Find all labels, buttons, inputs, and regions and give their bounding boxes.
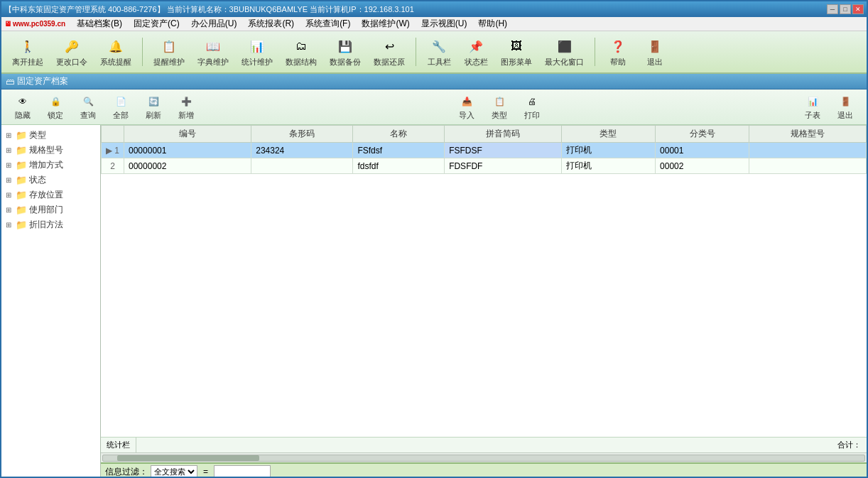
btn-statusbar[interactable]: 📌 状态栏 — [459, 34, 493, 70]
stats-label-text: 统计栏 — [107, 440, 130, 450]
btn-toolbar[interactable]: 🔧 工具栏 — [422, 34, 456, 70]
hide-label: 隐藏 — [15, 110, 31, 121]
folder-icon-depreciation: 📁 — [16, 219, 27, 230]
sidebar-item-status[interactable]: ⊞ 📁 状态 — [4, 173, 97, 188]
sidebar-item-addmethod[interactable]: ⊞ 📁 增加方式 — [4, 158, 97, 173]
filter-select[interactable]: 全文搜索 — [151, 465, 197, 478]
sidebar-item-specmodel[interactable]: ⊞ 📁 规格型号 — [4, 143, 97, 158]
logo-icon: 🖥 — [4, 20, 11, 28]
menu-bangzhu[interactable]: 帮助(H) — [472, 16, 513, 31]
cell-rownum: ▶ 1 — [102, 143, 124, 158]
help-label: 帮助 — [610, 57, 626, 67]
sidebar-label-specmodel: 规格型号 — [29, 144, 63, 156]
data-table[interactable]: 编号 条形码 名称 拼音简码 类型 分类号 规格型号 ▶ 10000000123… — [101, 125, 867, 437]
btn2-print[interactable]: 🖨 打印 — [516, 91, 548, 123]
btn-stats[interactable]: 📊 统计维护 — [237, 34, 278, 70]
datastruct-label: 数据结构 — [286, 57, 317, 67]
scroll-track[interactable] — [102, 455, 865, 462]
import-label: 导入 — [459, 110, 474, 121]
btn2-subtable[interactable]: 📊 子表 — [797, 91, 828, 123]
menu-shujuweihuo[interactable]: 数据维护(W) — [356, 16, 415, 31]
btn2-new[interactable]: ➕ 新增 — [170, 91, 202, 123]
table-row[interactable]: ▶ 100000001234324FSfdsfFSFDSF打印机00001 — [102, 143, 867, 158]
sidebar-label-addmethod: 增加方式 — [29, 159, 63, 171]
btn2-hide[interactable]: 👁 隐藏 — [7, 91, 38, 123]
folder-icon-type: 📁 — [16, 130, 27, 141]
maximize-icon: ⬛ — [555, 36, 575, 56]
btn2-all[interactable]: 📄 全部 — [105, 91, 136, 123]
subwin-title-text: 固定资产档案 — [17, 75, 68, 87]
col-header-name: 名称 — [353, 126, 445, 143]
sidebar-label-depreciation: 折旧方法 — [29, 219, 63, 231]
btn-restore[interactable]: ↩ 数据还原 — [369, 34, 410, 70]
btn-graphmenu[interactable]: 🖼 图形菜单 — [496, 34, 537, 70]
exit-icon: 🚪 — [645, 36, 665, 56]
cell-pinyin: FSFDSF — [445, 143, 562, 158]
subwin-title-bar: 🗃 固定资产档案 — [1, 74, 867, 89]
menu-gudingzichan[interactable]: 固定资产(C) — [128, 16, 185, 31]
col-header-class: 分类号 — [656, 126, 749, 143]
btn-maximize[interactable]: ⬛ 最大化窗口 — [540, 34, 589, 70]
btn-datastruct[interactable]: 🗂 数据结构 — [281, 34, 322, 70]
sidebar-item-location[interactable]: ⊞ 📁 存放位置 — [4, 188, 97, 202]
btn-remind[interactable]: 🔔 系统提醒 — [95, 34, 136, 70]
query-icon: 🔍 — [80, 93, 97, 110]
expander-status: ⊞ — [6, 176, 16, 184]
query-label: 查询 — [80, 110, 96, 121]
remind-icon: 🔔 — [106, 36, 126, 56]
scroll-thumb[interactable] — [117, 455, 259, 461]
cell-code: 00000002 — [124, 158, 251, 174]
sidebar-item-department[interactable]: ⊞ 📁 使用部门 — [4, 202, 97, 217]
print-icon: 🖨 — [523, 93, 541, 110]
btn-leave[interactable]: 🚶 离开挂起 — [7, 34, 48, 70]
graphmenu-label: 图形菜单 — [501, 57, 532, 67]
col-header-barcode: 条形码 — [251, 126, 353, 143]
btn2-refresh[interactable]: 🔄 刷新 — [138, 91, 169, 123]
cell-class: 00002 — [656, 158, 749, 174]
maximize-button[interactable]: □ — [840, 4, 851, 14]
folder-icon-addmethod: 📁 — [16, 160, 27, 170]
table-row[interactable]: 200000002fdsfdfFDSFDF打印机00002 — [102, 158, 867, 174]
btn2-lock[interactable]: 🔒 锁定 — [40, 91, 71, 123]
btn-password[interactable]: 🔑 更改口令 — [51, 34, 92, 70]
cell-class: 00001 — [656, 143, 749, 158]
btn2-import[interactable]: 📥 导入 — [451, 91, 482, 123]
btn-dict[interactable]: 📖 字典维护 — [192, 34, 234, 70]
sidebar-item-type[interactable]: ⊞ 📁 类型 — [4, 128, 97, 143]
menu-jichudangan[interactable]: 基础档案(B) — [71, 16, 128, 31]
btn2-type[interactable]: 📋 类型 — [484, 91, 515, 123]
col-header-code: 编号 — [124, 126, 251, 143]
menu-xitongbaobiao[interactable]: 系统报表(R) — [242, 16, 300, 31]
btn-exit[interactable]: 🚪 退出 — [638, 34, 672, 70]
maximize-label: 最大化窗口 — [545, 57, 584, 67]
menu-banggongyongpin[interactable]: 办公用品(U) — [185, 16, 243, 31]
btn-remind-maint[interactable]: 📋 提醒维护 — [148, 34, 190, 70]
expander-location: ⊞ — [6, 191, 16, 199]
secondary-toolbar: 👁 隐藏 🔒 锁定 🔍 查询 📄 全部 🔄 刷新 ➕ 新增 📥 导入 — [1, 89, 867, 125]
new-icon: ➕ — [178, 93, 195, 110]
window-controls: ─ □ ✕ — [827, 4, 864, 14]
menu-xianshishitu[interactable]: 显示视图(U) — [416, 16, 473, 31]
cell-name: fdsfdf — [353, 158, 445, 174]
logo-area: 🖥 www.pc0359.cn — [4, 20, 65, 28]
minimize-button[interactable]: ─ — [827, 4, 838, 14]
filter-input[interactable] — [214, 465, 271, 478]
sidebar-item-depreciation[interactable]: ⊞ 📁 折旧方法 — [4, 217, 97, 232]
btn-help[interactable]: ❓ 帮助 — [601, 34, 635, 70]
exit-label: 退出 — [647, 57, 663, 67]
cell-type: 打印机 — [561, 158, 655, 174]
hscroll-bar[interactable] — [101, 452, 867, 462]
btn2-query[interactable]: 🔍 查询 — [72, 91, 104, 123]
menu-xitongchaxun[interactable]: 系统查询(F) — [300, 16, 356, 31]
backup-label: 数据备份 — [330, 57, 361, 67]
folder-icon-department: 📁 — [16, 205, 27, 215]
close-button[interactable]: ✕ — [852, 4, 864, 14]
remind-maint-icon: 📋 — [159, 36, 179, 56]
stats-bar: 统计栏 合计： — [101, 437, 867, 452]
leave-label: 离开挂起 — [12, 57, 43, 67]
btn2-exit[interactable]: 🚪 退出 — [830, 91, 861, 123]
btn-backup[interactable]: 💾 数据备份 — [325, 34, 366, 70]
logo-text: www.pc0359.cn — [13, 20, 65, 28]
table-header-row: 编号 条形码 名称 拼音简码 类型 分类号 规格型号 — [102, 126, 867, 143]
restore-label: 数据还原 — [374, 57, 405, 67]
